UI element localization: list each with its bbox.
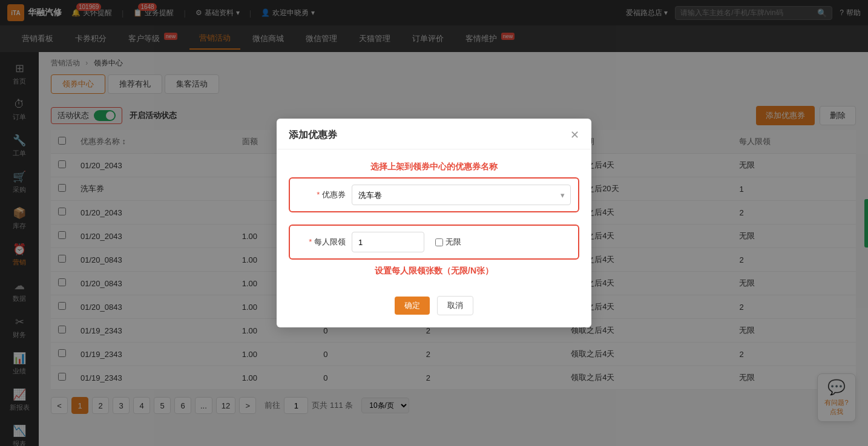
modal-header: 添加优惠券 ✕: [277, 119, 591, 149]
limit-input[interactable]: [352, 232, 424, 252]
add-coupon-modal: 添加优惠券 ✕ 选择上架到领券中心的优惠券名称 * 优惠券 洗车卷 01/20_…: [277, 119, 591, 327]
coupon-label: * 优惠券: [297, 189, 346, 200]
modal-body: 选择上架到领券中心的优惠券名称 * 优惠券 洗车卷 01/20_2043 01/…: [277, 149, 591, 289]
modal-overlay: 添加优惠券 ✕ 选择上架到领券中心的优惠券名称 * 优惠券 洗车卷 01/20_…: [0, 0, 868, 446]
callout-top: 选择上架到领券中心的优惠券名称: [289, 162, 579, 172]
modal-close-button[interactable]: ✕: [570, 128, 579, 142]
modal-cancel-button[interactable]: 取消: [437, 296, 473, 315]
limit-label: * 每人限领: [297, 237, 346, 248]
unlimited-checkbox-wrapper: 无限: [435, 237, 461, 248]
coupon-select-wrapper: 洗车卷 01/20_2043 01/20_0843 ▾: [352, 185, 571, 205]
coupon-form-row: * 优惠券 洗车卷 01/20_2043 01/20_0843 ▾: [289, 177, 579, 212]
modal-footer: 确定 取消: [277, 289, 591, 327]
coupon-select[interactable]: 洗车卷 01/20_2043 01/20_0843: [352, 185, 571, 205]
callout-bottom: 设置每人限领张数（无限/N张）: [289, 266, 579, 277]
limit-form-row: * 每人限领 无限: [289, 225, 579, 260]
modal-title: 添加优惠券: [289, 129, 337, 142]
unlimited-checkbox[interactable]: [435, 238, 443, 246]
modal-confirm-button[interactable]: 确定: [395, 297, 430, 315]
unlimited-label: 无限: [446, 237, 461, 248]
